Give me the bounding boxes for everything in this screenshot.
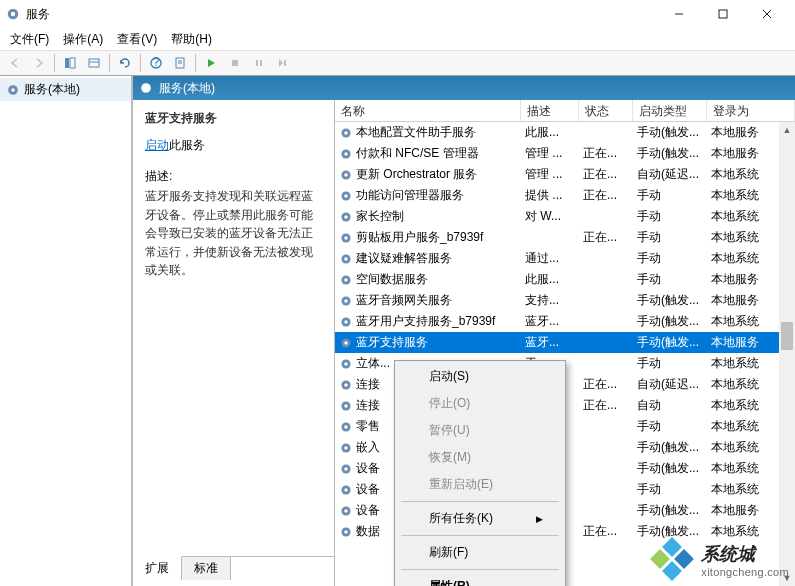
selected-service-name: 蓝牙支持服务: [145, 110, 322, 127]
description-text: 蓝牙服务支持发现和关联远程蓝牙设备。停止或禁用此服务可能会导致已安装的蓝牙设备无…: [145, 187, 322, 280]
cell-startup: 手动(触发...: [633, 313, 707, 330]
service-row[interactable]: 付款和 NFC/SE 管理器管理 ...正在...手动(触发...本地服务: [335, 143, 795, 164]
forward-button[interactable]: [28, 52, 50, 74]
cell-startup: 手动: [633, 418, 707, 435]
cell-desc: 通过...: [521, 250, 579, 267]
svg-point-62: [344, 530, 348, 534]
service-row[interactable]: 功能访问管理器服务提供 ...正在...手动本地系统: [335, 185, 795, 206]
watermark-url: xitongcheng.com: [701, 566, 789, 578]
cell-startup: 手动: [633, 481, 707, 498]
minimize-button[interactable]: [657, 0, 701, 28]
context-menu-item: 暂停(U): [397, 417, 563, 444]
service-row[interactable]: 更新 Orchestrator 服务管理 ...正在...自动(延迟...本地系…: [335, 164, 795, 185]
cell-startup: 手动(触发...: [633, 292, 707, 309]
service-row[interactable]: 家长控制对 W...手动本地系统: [335, 206, 795, 227]
cell-status: 正在...: [579, 229, 633, 246]
tab-extended[interactable]: 扩展: [133, 556, 182, 580]
context-menu-item: 停止(O): [397, 390, 563, 417]
cell-name: 功能访问管理器服务: [335, 187, 521, 204]
service-row[interactable]: 空间数据服务此服...手动本地服务: [335, 269, 795, 290]
svg-point-38: [344, 278, 348, 282]
cell-status: 正在...: [579, 166, 633, 183]
svg-point-60: [344, 509, 348, 513]
cell-name: 建议疑难解答服务: [335, 250, 521, 267]
nav-item-services-local[interactable]: 服务(本地): [0, 78, 131, 101]
context-menu-item[interactable]: 刷新(F): [397, 539, 563, 566]
context-menu-item[interactable]: 属性(R): [397, 573, 563, 586]
column-headers[interactable]: 名称 描述 状态 启动类型 登录为: [335, 100, 795, 122]
service-row[interactable]: 建议疑难解答服务通过...手动本地系统: [335, 248, 795, 269]
help-button[interactable]: ?: [145, 52, 167, 74]
refresh-button[interactable]: [114, 52, 136, 74]
close-button[interactable]: [745, 0, 789, 28]
svg-point-56: [344, 467, 348, 471]
cell-startup: 自动: [633, 397, 707, 414]
export-list-button[interactable]: [83, 52, 105, 74]
svg-point-22: [144, 86, 148, 90]
svg-point-34: [344, 236, 348, 240]
cell-desc: 支持...: [521, 292, 579, 309]
cell-startup: 手动(触发...: [633, 460, 707, 477]
cell-name: 家长控制: [335, 208, 521, 225]
cell-startup: 手动(触发...: [633, 334, 707, 351]
cell-desc: 此服...: [521, 271, 579, 288]
tab-standard[interactable]: 标准: [182, 556, 231, 580]
cell-desc: 管理 ...: [521, 166, 579, 183]
col-startup[interactable]: 启动类型: [633, 100, 707, 121]
svg-point-44: [344, 341, 348, 345]
col-desc[interactable]: 描述: [521, 100, 579, 121]
svg-point-32: [344, 215, 348, 219]
menu-item-2[interactable]: 查看(V): [111, 29, 163, 50]
start-service-button[interactable]: [200, 52, 222, 74]
panel-header: 服务(本地): [133, 76, 795, 100]
context-menu-item: 重新启动(E): [397, 471, 563, 498]
svg-point-58: [344, 488, 348, 492]
show-hide-tree-button[interactable]: [59, 52, 81, 74]
service-row[interactable]: 本地配置文件助手服务此服...手动(触发...本地服务: [335, 122, 795, 143]
cell-status: 正在...: [579, 523, 633, 540]
menu-item-1[interactable]: 操作(A): [57, 29, 109, 50]
cell-desc: 蓝牙...: [521, 334, 579, 351]
cell-startup: 手动(触发...: [633, 145, 707, 162]
maximize-button[interactable]: [701, 0, 745, 28]
cell-name: 更新 Orchestrator 服务: [335, 166, 521, 183]
properties-button[interactable]: [169, 52, 191, 74]
context-menu-item[interactable]: 启动(S): [397, 363, 563, 390]
cell-desc: 提供 ...: [521, 187, 579, 204]
menu-item-3[interactable]: 帮助(H): [165, 29, 218, 50]
cell-startup: 手动(触发...: [633, 124, 707, 141]
col-name[interactable]: 名称: [335, 100, 521, 121]
vertical-scrollbar[interactable]: ▲ ▼: [779, 122, 795, 586]
nav-item-label: 服务(本地): [24, 81, 80, 98]
detail-pane: 蓝牙支持服务 启动此服务 描述: 蓝牙服务支持发现和关联远程蓝牙设备。停止或禁用…: [133, 100, 335, 586]
pause-service-button[interactable]: [248, 52, 270, 74]
svg-rect-15: [232, 60, 238, 66]
menu-item-0[interactable]: 文件(F): [4, 29, 55, 50]
context-menu[interactable]: 启动(S)停止(O)暂停(U)恢复(M)重新启动(E)所有任务(K)▶刷新(F)…: [394, 360, 566, 586]
service-row[interactable]: 蓝牙支持服务蓝牙...手动(触发...本地服务: [335, 332, 795, 353]
scroll-up-button[interactable]: ▲: [779, 122, 795, 138]
service-row[interactable]: 蓝牙音频网关服务支持...手动(触发...本地服务: [335, 290, 795, 311]
panel-header-label: 服务(本地): [159, 80, 215, 97]
svg-rect-6: [65, 58, 69, 68]
svg-rect-17: [260, 60, 262, 66]
context-menu-item: 恢复(M): [397, 444, 563, 471]
stop-service-button[interactable]: [224, 52, 246, 74]
context-menu-item[interactable]: 所有任务(K)▶: [397, 505, 563, 532]
start-service-link[interactable]: 启动: [145, 138, 169, 152]
svg-point-46: [344, 362, 348, 366]
svg-rect-3: [719, 10, 727, 18]
cell-status: 正在...: [579, 145, 633, 162]
service-row[interactable]: 蓝牙用户支持服务_b7939f蓝牙...手动(触发...本地系统: [335, 311, 795, 332]
restart-service-button[interactable]: [272, 52, 294, 74]
svg-point-24: [344, 131, 348, 135]
watermark: 系统城 xitongcheng.com: [653, 540, 789, 580]
col-logon[interactable]: 登录为: [707, 100, 795, 121]
service-row[interactable]: 剪贴板用户服务_b7939f正在...手动本地系统: [335, 227, 795, 248]
scroll-thumb[interactable]: [781, 322, 793, 350]
cell-name: 本地配置文件助手服务: [335, 124, 521, 141]
nav-tree[interactable]: 服务(本地): [0, 76, 132, 586]
back-button[interactable]: [4, 52, 26, 74]
col-status[interactable]: 状态: [579, 100, 633, 121]
watermark-logo: [653, 540, 693, 580]
